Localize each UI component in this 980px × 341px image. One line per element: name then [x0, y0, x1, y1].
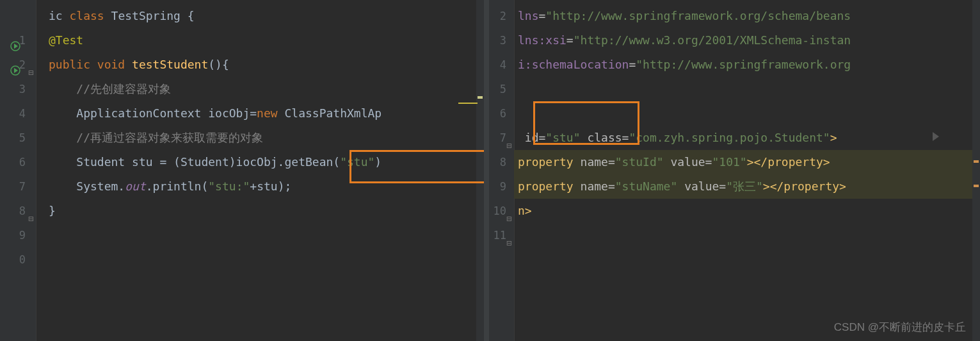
line-number: 4	[0, 101, 26, 126]
line-number: 9	[0, 223, 26, 247]
diff-connector	[458, 103, 478, 104]
warning-marker[interactable]	[478, 96, 483, 99]
code-line[interactable]: 7⊟ id="stu" class="com.zyh.spring.pojo.S…	[514, 126, 980, 150]
line-number: 7	[0, 174, 26, 199]
code-text: Student stu = (Student)iocObj.getBean("s…	[36, 150, 382, 174]
code-text: lns="http://www.springframework.org/sche…	[514, 4, 851, 28]
code-line[interactable]: 9property name="stuName" value="张三"></pr…	[514, 174, 980, 199]
code-line[interactable]: 7 System.out.println("stu:"+stu);	[36, 174, 484, 199]
code-line[interactable]: 5	[514, 77, 980, 101]
code-text: //再通过容器对象来获取需要的对象	[36, 126, 263, 150]
watermark-text: CSDN @不断前进的皮卡丘	[834, 320, 966, 335]
line-number: 6	[0, 150, 26, 174]
run-gutter-icon[interactable]	[10, 60, 20, 70]
code-line[interactable]: 8⊟}	[36, 199, 484, 223]
fold-icon[interactable]: ⊟	[28, 60, 38, 71]
code-text: n>	[514, 199, 532, 223]
code-text: property name="stuId" value="101"></prop…	[514, 150, 830, 174]
code-text: @Test	[36, 28, 83, 53]
code-line[interactable]: 8property name="stuId" value="101"></pro…	[514, 150, 980, 174]
code-line[interactable]: 4 ApplicationContext iocObj=new ClassPat…	[36, 101, 484, 126]
code-text: //先创建容器对象	[36, 77, 171, 101]
line-number: 5	[0, 126, 26, 150]
run-gutter-icon[interactable]	[10, 35, 20, 46]
code-line[interactable]: ic class TestSpring {	[36, 4, 484, 28]
code-line[interactable]: 1@Test	[36, 28, 484, 53]
line-number: 3	[0, 77, 26, 101]
code-line[interactable]: 5 //再通过容器对象来获取需要的对象	[36, 126, 484, 150]
right-code-area[interactable]: 2lns="http://www.springframework.org/sch…	[514, 0, 980, 341]
code-text: property name="stuName" value="张三"></pro…	[514, 174, 846, 199]
code-text: id="stu" class="com.zyh.spring.pojo.Stud…	[514, 126, 837, 150]
line-number: 8	[0, 199, 26, 223]
code-text: System.out.println("stu:"+stu);	[36, 174, 291, 199]
change-marker[interactable]	[974, 160, 979, 163]
code-line[interactable]: 6 Student stu = (Student)iocObj.getBean(…	[36, 150, 484, 174]
editor-split: ic class TestSpring {1@Test2⊟public void…	[0, 0, 980, 341]
fold-icon[interactable]: ⊟	[506, 206, 517, 217]
diff-arrow-icon[interactable]	[933, 132, 939, 141]
change-marker[interactable]	[974, 185, 979, 187]
code-line[interactable]: 6	[514, 101, 980, 126]
right-editor-pane[interactable]: 2lns="http://www.springframework.org/sch…	[485, 0, 980, 341]
code-text: ic class TestSpring {	[36, 4, 195, 28]
fold-icon[interactable]: ⊟	[506, 231, 517, 241]
code-line[interactable]: 9	[36, 223, 484, 247]
code-line[interactable]: 4i:schemaLocation="http://www.springfram…	[514, 53, 980, 77]
code-text: ApplicationContext iocObj=new ClassPathX…	[36, 101, 382, 126]
code-line[interactable]: 2⊟public void testStudent(){	[36, 53, 484, 77]
code-text: }	[36, 199, 56, 223]
code-text: lns:xsi="http://www.w3.org/2001/XMLSchem…	[514, 28, 851, 53]
right-marker-strip[interactable]	[972, 0, 980, 341]
code-text: i:schemaLocation="http://www.springframe…	[514, 53, 851, 77]
code-line[interactable]: 3 //先创建容器对象	[36, 77, 484, 101]
code-line[interactable]: 0	[36, 247, 484, 272]
code-text: public void testStudent(){	[36, 53, 229, 77]
left-editor-pane[interactable]: ic class TestSpring {1@Test2⊟public void…	[0, 0, 485, 341]
code-line[interactable]: 3lns:xsi="http://www.w3.org/2001/XMLSche…	[514, 28, 980, 53]
code-line[interactable]: 10⊟n>	[514, 199, 980, 223]
left-code-area[interactable]: ic class TestSpring {1@Test2⊟public void…	[36, 0, 484, 341]
fold-icon[interactable]: ⊟	[506, 133, 517, 144]
code-line[interactable]: 2lns="http://www.springframework.org/sch…	[514, 4, 980, 28]
code-line[interactable]: 11⊟	[514, 223, 980, 247]
left-marker-strip[interactable]	[476, 0, 484, 341]
line-number: 0	[0, 247, 26, 272]
fold-icon[interactable]: ⊟	[28, 206, 38, 217]
splitter-handle[interactable]	[484, 0, 489, 341]
